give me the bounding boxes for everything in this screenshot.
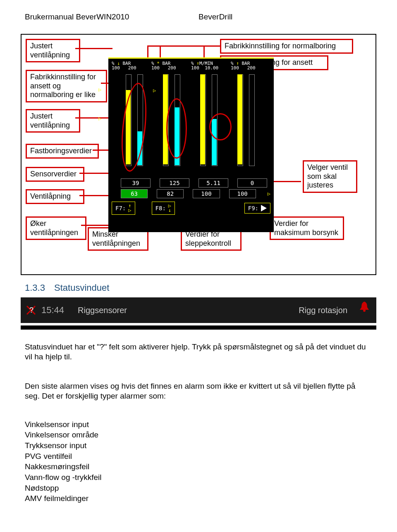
label-fabrikkinnstilling-like: Fabrikkinnstilling for ansett og normalb… xyxy=(26,70,107,102)
figure-annotated-screenshot: Justert ventilåpning Fabrikkinnstilling … xyxy=(21,34,376,275)
gauge-header-1: % ↓ BAR 100 200 xyxy=(112,61,151,70)
label-velger-ventil: Velger ventil som skal justeres xyxy=(303,160,357,193)
value-cell: 0 xyxy=(237,178,267,188)
list-item: Vann-flow og -trykkfeil xyxy=(25,472,372,483)
ellipse-gauge-3 xyxy=(209,113,232,140)
f9-button[interactable]: F9: xyxy=(244,203,270,214)
paragraph: Den siste alarmen vises og hvis det finn… xyxy=(25,381,372,401)
arrow-right-icon xyxy=(261,205,267,211)
question-icon: ? xyxy=(25,304,37,316)
gauge-header-2: % * BAR 100 200 xyxy=(151,61,191,70)
section-title: Statusvinduet xyxy=(54,283,109,293)
body-text: Statusvinduet har et "?" felt som aktive… xyxy=(0,330,397,401)
alarm-bell-icon[interactable] xyxy=(358,300,371,314)
label-sensorverdier: Sensorverdier xyxy=(26,167,84,182)
gauges-row: ▷ ▷ ▷ xyxy=(108,70,274,177)
list-item: Vinkelsensor område xyxy=(25,430,372,440)
paragraph: Statusvinduet har et "?" felt som aktive… xyxy=(25,342,372,362)
label-ventilaapning: Ventilåpning xyxy=(26,189,84,204)
label-fastboringsverdier: Fastboringsverdier xyxy=(26,144,99,159)
value-cell: 100 xyxy=(193,189,220,198)
list-item: Nødstopp xyxy=(25,483,372,494)
gauge-2: ▷ xyxy=(160,74,189,169)
doc-title: Brukermanual BeverWIN2010 xyxy=(25,12,198,21)
gauge-3 xyxy=(197,74,226,169)
marker-icon: ▷ xyxy=(153,88,156,93)
ellipse-gauge-2 xyxy=(166,98,187,159)
values-row-1: 39 125 5.11 0 xyxy=(108,177,274,188)
section-heading: 1.3.3 Statusvinduet xyxy=(0,275,397,295)
section-number: 1.3.3 xyxy=(25,283,52,293)
drilling-screen: % ↓ BAR 100 200 % * BAR 100 200 % ↑M/MIN… xyxy=(108,57,274,232)
list-item: Vinkelsensor input xyxy=(25,419,372,430)
alarm-types-list: Vinkelsensor input Vinkelsensor område T… xyxy=(0,411,397,504)
status-time: 15:44 xyxy=(41,305,74,316)
marker-icon: ▷ xyxy=(98,87,101,93)
value-cell: 39 xyxy=(121,178,151,188)
value-cell: 125 xyxy=(160,178,189,188)
value-cell: 100 xyxy=(229,189,256,198)
list-item: AMV feilmeldinger xyxy=(25,493,372,504)
gauge-header-4: % ↑ BAR 100 200 xyxy=(231,61,270,70)
page-header: Brukermanual BeverWIN2010 BeverDrill xyxy=(0,0,397,26)
values-row-2: 63 82 100 100 ▷ xyxy=(108,188,274,198)
marker-icon: ▷ xyxy=(265,191,270,197)
f8-button[interactable]: F8: ▷↓ xyxy=(152,202,175,215)
status-bar: ? 15:44 Riggsensorer Rigg rotasjon xyxy=(21,297,376,325)
value-cell: 5.11 xyxy=(198,178,228,188)
list-item: Nakkesmøringsfeil xyxy=(25,461,372,472)
svg-point-3 xyxy=(363,309,366,312)
label-oker-ventilaapningen: Øker ventilåpningen xyxy=(26,216,86,240)
divider xyxy=(21,325,376,330)
label-justert-ventilaapning-2: Justert ventilåpning xyxy=(26,109,80,133)
doc-section: BeverDrill xyxy=(198,12,372,21)
label-justert-ventilaapning-1: Justert ventilåpning xyxy=(26,39,80,62)
value-cell-active: 63 xyxy=(121,189,148,198)
gauge-1 xyxy=(122,74,151,169)
gauge-header-3: % ↑M/MIN 100 10.00 xyxy=(191,61,231,70)
gauge-4 xyxy=(234,74,263,169)
value-cell: 82 xyxy=(157,189,184,198)
label-verdier-maksimum-borsynk: Verdier for maksimum borsynk xyxy=(270,216,344,240)
svg-text:?: ? xyxy=(29,306,33,314)
help-button[interactable]: ? xyxy=(21,304,41,316)
marker-icon: ▷ xyxy=(98,116,101,121)
list-item: Trykksensor input xyxy=(25,440,372,451)
ellipse-gauge-1 xyxy=(118,82,150,173)
function-keys-row: F7: ↑▷ F8: ▷↓ F9: xyxy=(108,198,274,215)
list-item: PVG ventilfeil xyxy=(25,451,372,462)
label-fabrikkinnstilling-normalboring: Fabrikkinnstilling for normalboring xyxy=(220,39,353,54)
status-text-1: Riggsensorer xyxy=(74,306,299,315)
f7-button[interactable]: F7: ↑▷ xyxy=(112,202,135,215)
